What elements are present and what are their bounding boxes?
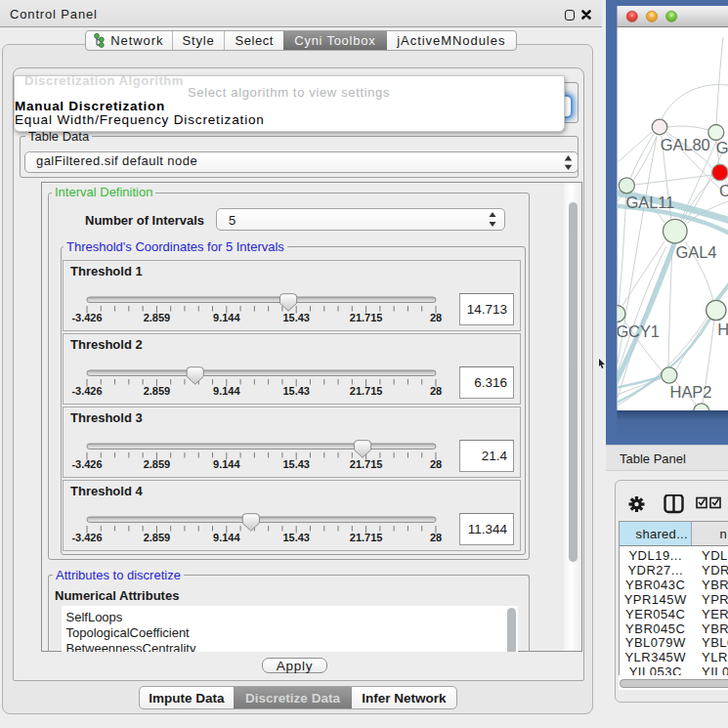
svg-text:21.715: 21.715 (350, 385, 383, 397)
svg-text:28: 28 (430, 532, 442, 543)
svg-text:9.144: 9.144 (213, 385, 240, 397)
svg-text:15.43: 15.43 (282, 312, 310, 323)
svg-text:GAL4: GAL4 (676, 243, 717, 261)
svg-text:CR: CR (719, 182, 728, 199)
svg-text:21.715: 21.715 (350, 458, 383, 470)
svg-text:21.715: 21.715 (350, 532, 383, 543)
svg-text:-3.426: -3.426 (71, 312, 102, 323)
svg-text:GAL80: GAL80 (661, 136, 710, 153)
svg-text:HI: HI (717, 321, 728, 338)
svg-text:HAP2: HAP2 (670, 383, 712, 401)
svg-text:GCY1: GCY1 (616, 322, 660, 340)
svg-text:9.144: 9.144 (213, 532, 240, 543)
svg-text:2.859: 2.859 (144, 458, 171, 470)
svg-text:GAL11: GAL11 (626, 193, 675, 211)
svg-text:15.43: 15.43 (282, 385, 310, 397)
svg-text:-3.426: -3.426 (71, 385, 102, 397)
svg-text:15.43: 15.43 (282, 532, 310, 543)
svg-text:28: 28 (430, 385, 442, 397)
svg-text:GA: GA (716, 139, 728, 156)
svg-text:9.144: 9.144 (213, 458, 240, 470)
svg-text:28: 28 (430, 312, 442, 323)
svg-text:2.859: 2.859 (144, 385, 171, 397)
svg-text:28: 28 (430, 458, 442, 470)
svg-text:15.43: 15.43 (282, 458, 310, 470)
svg-text:9.144: 9.144 (213, 312, 240, 323)
svg-text:-3.426: -3.426 (71, 458, 102, 470)
svg-text:2.859: 2.859 (144, 532, 171, 543)
svg-text:21.715: 21.715 (350, 312, 383, 323)
svg-text:2.859: 2.859 (144, 312, 171, 323)
svg-text:-3.426: -3.426 (71, 532, 102, 543)
